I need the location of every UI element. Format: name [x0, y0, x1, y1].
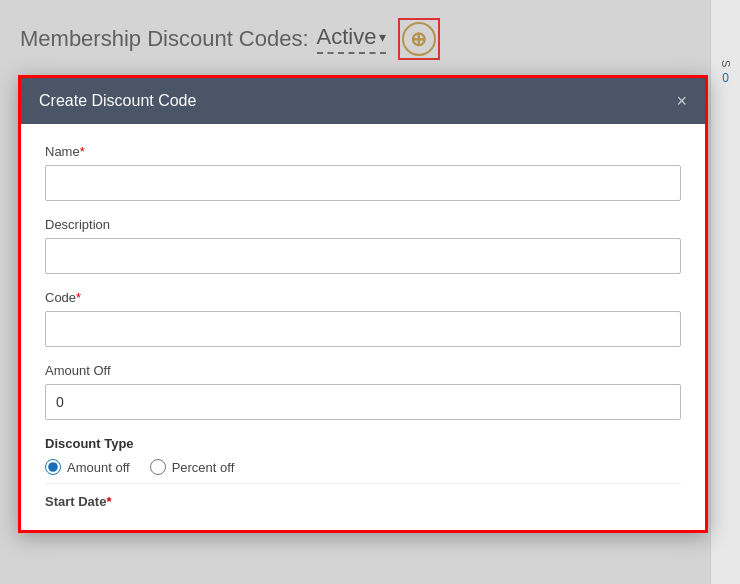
- amount-off-field-group: Amount Off: [45, 363, 681, 420]
- start-date-partial-field: Start Date*: [45, 483, 681, 510]
- discount-type-section: Discount Type Amount off Percent off: [45, 436, 681, 475]
- code-input[interactable]: [45, 311, 681, 347]
- create-discount-code-modal: Create Discount Code × Name* Description…: [18, 75, 708, 533]
- code-field-group: Code*: [45, 290, 681, 347]
- description-field-group: Description: [45, 217, 681, 274]
- discount-type-label: Discount Type: [45, 436, 681, 451]
- right-column: S 0: [710, 0, 740, 584]
- start-date-label: Start Date*: [45, 494, 111, 509]
- amount-off-radio-label: Amount off: [67, 460, 130, 475]
- start-date-required-star: *: [106, 494, 111, 509]
- page-background: Membership Discount Codes: Active ▾ ⊕ S …: [0, 0, 740, 584]
- column-value: 0: [722, 71, 729, 85]
- name-field-group: Name*: [45, 144, 681, 201]
- percent-off-option[interactable]: Percent off: [150, 459, 235, 475]
- name-input[interactable]: [45, 165, 681, 201]
- amount-off-label: Amount Off: [45, 363, 681, 378]
- description-label: Description: [45, 217, 681, 232]
- modal-header: Create Discount Code ×: [21, 78, 705, 124]
- percent-off-radio[interactable]: [150, 459, 166, 475]
- modal-title: Create Discount Code: [39, 92, 196, 110]
- modal-body: Name* Description Code* Amount Off: [21, 124, 705, 530]
- amount-off-option[interactable]: Amount off: [45, 459, 130, 475]
- amount-off-radio[interactable]: [45, 459, 61, 475]
- percent-off-radio-label: Percent off: [172, 460, 235, 475]
- amount-off-input[interactable]: [45, 384, 681, 420]
- description-input[interactable]: [45, 238, 681, 274]
- discount-type-radio-group: Amount off Percent off: [45, 459, 681, 475]
- column-header: S: [720, 60, 732, 67]
- name-label: Name*: [45, 144, 681, 159]
- code-required-star: *: [76, 290, 81, 305]
- code-label: Code*: [45, 290, 681, 305]
- modal-close-button[interactable]: ×: [676, 92, 687, 110]
- name-required-star: *: [80, 144, 85, 159]
